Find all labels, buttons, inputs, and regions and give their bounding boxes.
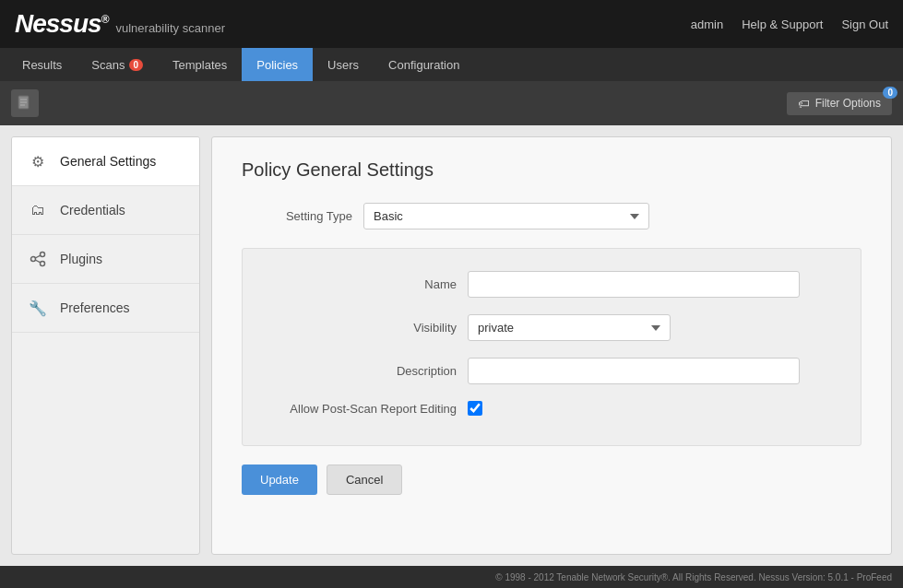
tag-icon: 🏷 [798,97,810,111]
svg-line-7 [35,255,41,258]
tab-configuration[interactable]: Configuration [374,48,474,81]
name-label: Name [272,277,457,291]
toolbar-left [11,89,39,117]
app-header: Nessus® vulnerability scanner admin Help… [0,0,903,48]
allow-post-scan-checkbox[interactable] [468,401,482,416]
update-button[interactable]: Update [242,465,317,495]
form-box: Name Visibility private shared Descripti… [242,248,861,446]
setting-type-row: Setting Type Basic Advanced [242,203,861,229]
svg-point-5 [31,257,36,262]
scans-badge: 0 [129,59,144,71]
admin-link[interactable]: admin [691,18,723,31]
folder-icon: 🗂 [27,199,49,221]
description-row: Description [272,358,831,384]
svg-point-6 [41,262,45,266]
visibility-select[interactable]: private shared [468,314,671,341]
description-input[interactable] [468,358,800,384]
name-input[interactable] [468,271,800,298]
page-title: Policy General Settings [242,159,861,181]
help-link[interactable]: Help & Support [742,18,823,31]
main-content: ⚙ General Settings 🗂 Credentials Plugins… [0,125,903,566]
sidebar-item-plugins[interactable]: Plugins [12,235,199,284]
setting-type-label: Setting Type [242,209,352,223]
sidebar-item-credentials[interactable]: 🗂 Credentials [12,186,199,235]
tab-templates[interactable]: Templates [158,48,242,81]
header-actions: admin Help & Support Sign Out [691,18,888,31]
svg-point-4 [41,253,45,257]
description-label: Description [272,364,457,378]
tab-users[interactable]: Users [313,48,374,81]
setting-type-select[interactable]: Basic Advanced [363,203,649,229]
visibility-row: Visibility private shared [272,314,831,341]
wrench-icon: 🔧 [27,297,49,319]
app-subtitle: vulnerability scanner [115,21,225,35]
toolbar: 🏷 Filter Options 0 [0,81,903,125]
tab-results[interactable]: Results [7,48,77,81]
content-area: Policy General Settings Setting Type Bas… [211,136,892,555]
sidebar-item-preferences[interactable]: 🔧 Preferences [12,284,199,333]
logo-area: Nessus® vulnerability scanner [15,9,225,39]
sidebar-item-general-settings[interactable]: ⚙ General Settings [12,137,199,186]
name-row: Name [272,271,831,298]
share-icon [27,248,49,270]
footer-text: © 1998 - 2012 Tenable Network Security®.… [495,572,892,582]
allow-post-scan-label: Allow Post-Scan Report Editing [272,402,457,416]
sidebar: ⚙ General Settings 🗂 Credentials Plugins… [11,136,200,555]
document-icon [11,89,39,117]
app-logo: Nessus® [15,9,108,39]
svg-line-8 [35,260,41,263]
tab-policies[interactable]: Policies [242,48,313,81]
allow-post-scan-row: Allow Post-Scan Report Editing [272,401,831,416]
nav-bar: Results Scans 0 Templates Policies Users… [0,48,903,81]
visibility-label: Visibility [272,321,457,335]
gear-icon: ⚙ [27,150,49,172]
cancel-button[interactable]: Cancel [327,465,402,495]
tab-scans[interactable]: Scans 0 [77,48,158,81]
footer: © 1998 - 2012 Tenable Network Security®.… [0,566,903,588]
filter-badge: 0 [883,87,897,99]
form-buttons: Update Cancel [242,465,861,495]
filter-options-button[interactable]: 🏷 Filter Options 0 [787,92,892,115]
signout-link[interactable]: Sign Out [841,18,888,31]
